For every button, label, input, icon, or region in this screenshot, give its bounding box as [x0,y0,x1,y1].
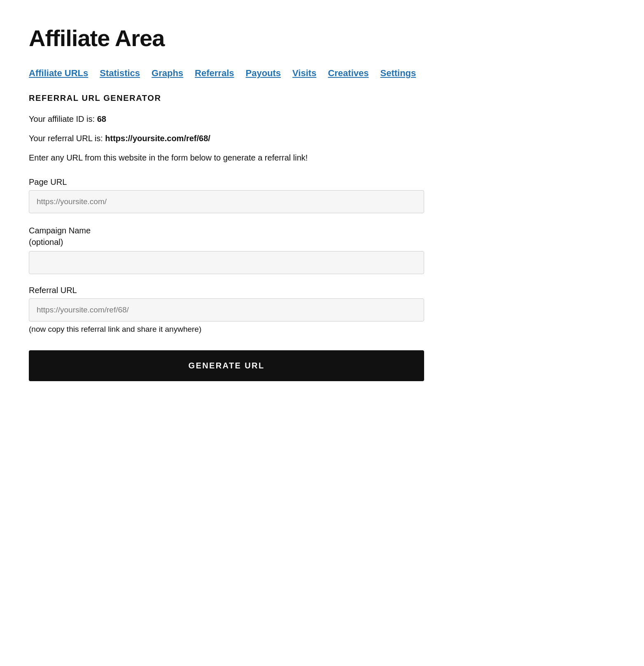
nav-item-referrals[interactable]: Referrals [195,68,234,79]
nav-item-affiliate-urls[interactable]: Affiliate URLs [29,68,88,79]
nav-item-payouts[interactable]: Payouts [246,68,281,79]
affiliate-id-value: 68 [97,114,106,123]
generate-url-button[interactable]: Generate URL [29,350,424,381]
affiliate-id-label: Your affiliate ID is: [29,114,97,123]
nav-item-statistics[interactable]: Statistics [100,68,140,79]
main-nav: Affiliate URLs Statistics Graphs Referra… [29,68,424,79]
referral-url-group: Referral URL (now copy this referral lin… [29,286,424,334]
section-title: Referral URL Generator [29,93,424,103]
referral-url-display-value: https://yoursite.com/ref/68/ [105,134,210,143]
page-url-group: Page URL [29,177,424,213]
nav-item-settings[interactable]: Settings [380,68,416,79]
page-url-label: Page URL [29,177,424,187]
page-url-input[interactable] [29,190,424,213]
campaign-name-label: Campaign Name (optional) [29,225,424,248]
campaign-name-group: Campaign Name (optional) [29,225,424,274]
referral-url-label: Your referral URL is: [29,134,105,143]
referral-url-note: (now copy this referral link and share i… [29,325,424,334]
campaign-name-input[interactable] [29,251,424,274]
nav-item-visits[interactable]: Visits [292,68,316,79]
affiliate-id-line: Your affiliate ID is: 68 [29,114,424,124]
referral-url-input[interactable] [29,298,424,321]
referral-url-line: Your referral URL is: https://yoursite.c… [29,134,424,143]
nav-item-creatives[interactable]: Creatives [328,68,369,79]
referral-url-input-label: Referral URL [29,286,424,295]
description-text: Enter any URL from this website in the f… [29,153,424,163]
nav-item-graphs[interactable]: Graphs [152,68,183,79]
page-title: Affiliate Area [29,25,424,51]
